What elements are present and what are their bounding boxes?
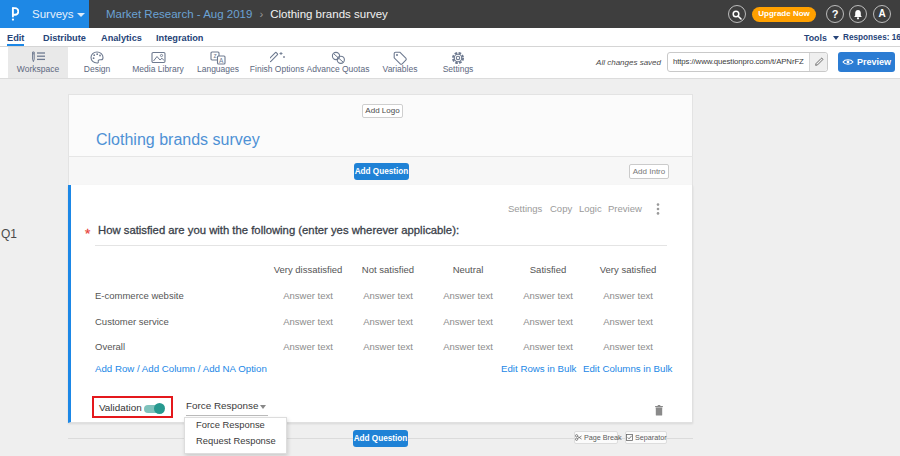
svg-text:z: z xyxy=(213,52,216,59)
svg-text:A: A xyxy=(219,57,224,64)
